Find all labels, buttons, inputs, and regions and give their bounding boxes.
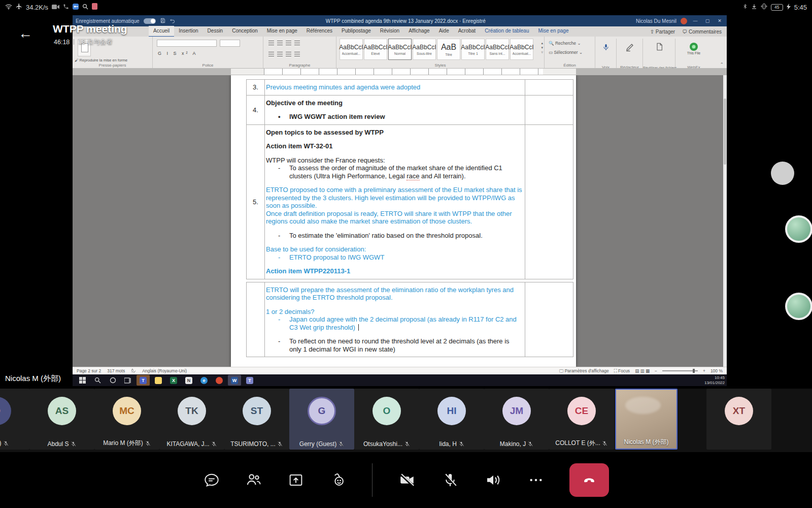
font-size-input[interactable] [220,40,240,47]
font-format-buttons[interactable]: G I S x² A [158,51,198,56]
hang-up-button[interactable] [569,463,609,497]
format-painter-button[interactable]: 🖌 Reproduire la mise en forme [75,58,127,62]
participant-tile[interactable]: MCMario M (外部) [94,389,159,450]
ribbon-tab-aide[interactable]: Aide [434,26,454,37]
restore-button[interactable]: ▢ [703,18,712,23]
zoom-in-button[interactable]: + [703,368,705,373]
excel-taskbar-icon[interactable]: X [167,375,180,386]
style-titre[interactable]: AaBTitre [437,39,460,60]
style-normal[interactable]: AaBbCcINormal [388,39,412,60]
comments-button[interactable]: 🗩 Commentaires [682,29,722,35]
save-icon[interactable] [160,18,165,24]
webex-button[interactable] [675,42,712,51]
undo-icon[interactable] [170,18,176,24]
participant-tile[interactable]: STTSURIMOTO, ... [224,389,289,450]
teams-taskbar-icon[interactable]: T [243,375,256,386]
task-view-icon[interactable] [121,375,134,386]
cortana-icon[interactable] [106,375,119,386]
style-lev[interactable]: AaBbCcIÉlevé [364,39,387,60]
participant-tile[interactable]: TKKITAGAWA, J... [159,389,224,450]
participant-tile[interactable]: CECOLLOT E (外... [549,389,614,450]
style-accentuat[interactable]: AaBbCcIAccentuat... [340,39,363,60]
chat-button[interactable] [204,472,220,488]
taskbar-clock[interactable]: 10:4513/01/2022 [704,375,725,385]
participant-tile[interactable]: ASAbdul S [29,389,94,450]
document-page[interactable]: 3.Previous meeting minutes and agenda we… [231,75,576,367]
people-button[interactable] [245,471,262,489]
account-avatar[interactable] [681,18,687,24]
style-titre-1[interactable]: AaBbCcITitre 1 [461,39,485,60]
style-sous-titre[interactable]: AaBbCcISous-titre [413,39,436,60]
reuse-files-button[interactable] [643,42,675,52]
ribbon-tab-r-vision[interactable]: Révision [376,26,404,37]
zoom-level[interactable]: 100 % [710,368,723,373]
participant-count[interactable]: 18 位与会者 [78,38,112,46]
scrollbar-thumb[interactable] [724,99,726,165]
dictate-button[interactable] [595,42,616,53]
ribbon-tab-dessin[interactable]: Dessin [203,26,228,37]
word-taskbar-icon[interactable]: W [228,375,241,386]
close-button[interactable]: ✕ [716,18,724,23]
overflow-participant-bubble[interactable] [785,215,812,243]
reactions-button[interactable] [329,471,347,489]
ribbon-tab-cr-ation-de-tableau[interactable]: Création de tableau [480,26,533,37]
list-buttons[interactable] [268,41,303,46]
mic-off-button[interactable] [442,471,459,489]
editor-button[interactable] [617,42,642,53]
ribbon-tab-acrobat[interactable]: Acrobat [454,26,480,37]
start-button[interactable] [76,375,89,386]
zoom-slider[interactable] [662,370,698,371]
ribbon-tab-insertion[interactable]: Insertion [174,26,202,37]
search-button[interactable]: 🔍 Recherche ⌄ [549,41,581,46]
styles-gallery: AaBbCcIAccentuat...AaBbCcIÉlevéAaBbCcINo… [340,39,536,60]
collapse-ribbon-button[interactable]: ⌃ [720,62,724,67]
ribbon-tab-r-f-rences[interactable]: Références [302,26,337,37]
ribbon-tab-mise-en-page[interactable]: Mise en page [533,26,573,37]
zoom-out-button[interactable]: − [655,368,657,373]
participant-tile[interactable]: OOtsukaYoshi... [354,389,419,450]
ribbon-tab-affichage[interactable]: Affichage [404,26,434,37]
align-buttons[interactable] [268,52,303,57]
style-sans-int[interactable]: AaBbCcISans int... [486,39,509,60]
word-count[interactable]: 317 mots [107,368,125,373]
edge-taskbar-icon[interactable]: e [197,375,211,386]
speaker-button[interactable] [484,471,502,489]
view-mode-buttons[interactable]: ▤ ▥ ▦ [635,368,650,373]
file-explorer-taskbar-icon[interactable] [152,375,165,386]
ribbon-tab-mise-en-page[interactable]: Mise en page [262,26,302,37]
onenote-taskbar-icon[interactable]: N [182,375,195,386]
minimize-button[interactable]: — [691,18,699,23]
overflow-participant-bubble[interactable] [771,162,794,185]
participant-tile[interactable]: GGerry (Guest) [289,389,354,450]
back-button[interactable]: ← [18,25,32,42]
participant-tile[interactable]: D(外部) [0,389,29,450]
participant-tile[interactable]: XT [706,389,771,450]
ribbon-tab-conception[interactable]: Conception [227,26,262,37]
language-indicator[interactable]: Anglais (Royaume-Uni) [142,368,187,373]
proofing-icon[interactable] [131,368,136,374]
chrome-taskbar-icon[interactable] [213,375,226,386]
share-screen-button[interactable] [288,472,304,488]
camera-off-button[interactable] [398,471,416,489]
focus-button[interactable]: ⛶ Focus [614,368,630,374]
teams-call-app-taskbar-icon[interactable]: T [137,375,150,386]
participant-video-tile[interactable]: Nicolas M (外部) [615,389,678,450]
select-button[interactable]: ▭ Sélectionner ⌄ [549,50,583,55]
more-button[interactable] [528,472,544,488]
participant-tile[interactable]: JMMakino, J [484,389,549,450]
ruler[interactable] [73,68,727,75]
ribbon-tab-accueil[interactable]: Accueil [149,26,174,37]
vertical-scrollbar[interactable] [723,75,727,367]
autosave-toggle[interactable] [144,18,156,24]
page-indicator[interactable]: Page 2 sur 2 [77,368,101,373]
display-settings-button[interactable]: 🖵 Paramètres d'affichage [559,368,609,374]
account-name[interactable]: Nicolas Du Mesnil [636,18,676,24]
taskbar-search-icon[interactable] [91,375,104,386]
overflow-participant-bubble[interactable] [785,293,812,320]
ribbon-tab-publipostage[interactable]: Publipostage [337,26,376,37]
style-accentuat[interactable]: AaBbCcIAccentuat... [510,39,533,60]
share-button[interactable]: ⇪ Partager [650,29,675,35]
font-name-input[interactable] [157,40,217,47]
participant-tile[interactable]: HIIida, H [419,389,484,450]
styles-scroll-buttons[interactable]: ▴▾▿ [541,41,543,54]
